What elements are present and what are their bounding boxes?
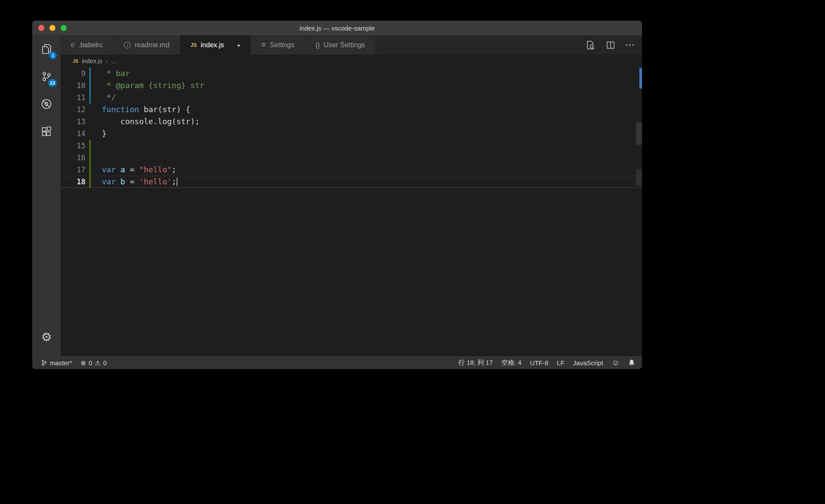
cursor-position-status[interactable]: 行 18, 列 17: [458, 359, 493, 367]
tab-indexjs[interactable]: JS index.js ●: [180, 35, 251, 55]
code-text: [91, 152, 642, 164]
language-status[interactable]: JavaScript: [573, 359, 603, 367]
info-icon: i: [124, 42, 131, 49]
code-line[interactable]: 13 console.log(str);: [61, 116, 642, 128]
code-text: var b = 'hello';: [91, 176, 642, 188]
overview-ruler[interactable]: [636, 67, 642, 356]
code-text: * @param {string} str: [91, 79, 642, 92]
babel-icon: 6: [71, 41, 75, 49]
warning-icon: ⚠: [95, 360, 101, 366]
more-actions-button[interactable]: ···: [626, 40, 635, 50]
tab-label: User Settings: [324, 41, 365, 49]
line-number: 16: [61, 152, 86, 164]
breadcrumb-file[interactable]: index.js: [82, 58, 102, 64]
code-text: */: [91, 92, 642, 104]
branch-icon: [41, 360, 47, 366]
tab-bar: 6 .babelrc i readme.md JS index.js ● ≡ S…: [61, 35, 642, 55]
braces-icon: {}: [315, 41, 320, 49]
line-number: 18: [61, 176, 86, 188]
modified-decoration: [639, 68, 642, 89]
window-controls: [38, 21, 67, 35]
debug-disabled-icon: [40, 98, 52, 110]
extensions-activity-button[interactable]: [32, 118, 61, 145]
text-cursor: [177, 178, 177, 186]
code-line[interactable]: 15: [61, 140, 642, 152]
code-line[interactable]: 18var b = 'hello';: [61, 176, 642, 188]
extensions-icon: [41, 126, 52, 137]
tab-label: Settings: [269, 41, 294, 49]
line-number: 15: [61, 140, 86, 152]
explorer-badge: 1: [49, 52, 57, 59]
code-line[interactable]: 12function bar(str) {: [61, 104, 642, 116]
zoom-window-button[interactable]: [61, 25, 67, 31]
line-number: 12: [61, 104, 86, 116]
feedback-smiley-icon[interactable]: ☺: [612, 359, 620, 367]
code-text: var a = "hello";: [91, 164, 642, 176]
titlebar[interactable]: index.js — vscode-sample: [32, 21, 642, 35]
manage-button[interactable]: ⚙: [32, 324, 61, 351]
status-bar: master* ⊗ 0 ⚠ 0 行 18, 列 17 空格: 4 UTF-8 L…: [32, 356, 642, 369]
error-count: 0: [89, 359, 92, 367]
line-number: 14: [61, 128, 86, 140]
line-number: 9: [61, 67, 86, 79]
gear-icon: ⚙: [41, 331, 52, 343]
close-window-button[interactable]: [38, 25, 44, 31]
js-file-icon: JS: [190, 42, 197, 48]
line-number: 11: [61, 92, 86, 104]
ruler-marker: [636, 169, 642, 186]
modified-dot-icon[interactable]: ●: [237, 43, 240, 48]
notifications-bell-button[interactable]: [628, 359, 635, 366]
code-line[interactable]: 10 * @param {string} str: [61, 79, 642, 92]
tab-babelrc[interactable]: 6 .babelrc: [61, 35, 113, 55]
code-text: console.log(str);: [91, 116, 642, 128]
settings-editor-icon: ≡: [261, 40, 266, 49]
breadcrumb: JS index.js › …: [61, 55, 642, 67]
indentation-status[interactable]: 空格: 4: [501, 359, 522, 367]
code-text: }: [91, 128, 642, 140]
editor-actions: ···: [585, 35, 635, 55]
tab-settings[interactable]: ≡ Settings: [251, 35, 305, 55]
split-editor-icon: [606, 40, 615, 50]
eol-status[interactable]: LF: [557, 359, 565, 367]
minimize-window-button[interactable]: [49, 25, 55, 31]
git-branch-status[interactable]: master*: [41, 359, 72, 367]
code-line[interactable]: 14}: [61, 128, 642, 140]
tab-label: readme.md: [134, 41, 169, 49]
editor-lines: 9 * bar10 * @param {string} str11 */12fu…: [61, 67, 642, 188]
open-changes-icon: [585, 40, 596, 50]
js-file-icon: JS: [73, 58, 78, 64]
split-editor-button[interactable]: [606, 40, 615, 50]
code-line[interactable]: 16: [61, 152, 642, 164]
breadcrumb-more[interactable]: …: [111, 58, 117, 64]
branch-name: master*: [50, 359, 72, 367]
line-number: 10: [61, 79, 86, 92]
tab-label: index.js: [201, 41, 224, 49]
scm-badge: 13: [48, 79, 57, 87]
warning-count: 0: [103, 359, 107, 367]
chevron-right-icon: ›: [106, 58, 108, 64]
code-text: function bar(str) {: [91, 104, 642, 116]
activity-bar: 1 13: [32, 35, 61, 356]
bell-icon: [628, 359, 635, 366]
tab-readme[interactable]: i readme.md: [113, 35, 180, 55]
code-line[interactable]: 9 * bar: [61, 67, 642, 79]
debug-activity-button[interactable]: [32, 90, 61, 118]
code-line[interactable]: 11 */: [61, 92, 642, 104]
source-control-activity-button[interactable]: 13: [32, 63, 61, 90]
ruler-marker: [636, 122, 642, 145]
tab-label: .babelrc: [79, 41, 103, 49]
code-line[interactable]: 17var a = "hello";: [61, 164, 642, 176]
tab-user-settings[interactable]: {} User Settings: [305, 35, 376, 55]
explorer-activity-button[interactable]: 1: [32, 35, 61, 63]
line-number: 17: [61, 164, 86, 176]
editor[interactable]: 9 * bar10 * @param {string} str11 */12fu…: [61, 67, 642, 356]
code-text: [91, 140, 642, 152]
window-title: index.js — vscode-sample: [299, 24, 375, 32]
code-text: * bar: [91, 67, 642, 79]
error-icon: ⊗: [81, 360, 86, 366]
open-changes-button[interactable]: [585, 40, 596, 50]
problems-status[interactable]: ⊗ 0 ⚠ 0: [81, 359, 107, 367]
encoding-status[interactable]: UTF-8: [530, 359, 549, 367]
line-number: 13: [61, 116, 86, 128]
vscode-window: index.js — vscode-sample 1 13: [32, 21, 642, 369]
